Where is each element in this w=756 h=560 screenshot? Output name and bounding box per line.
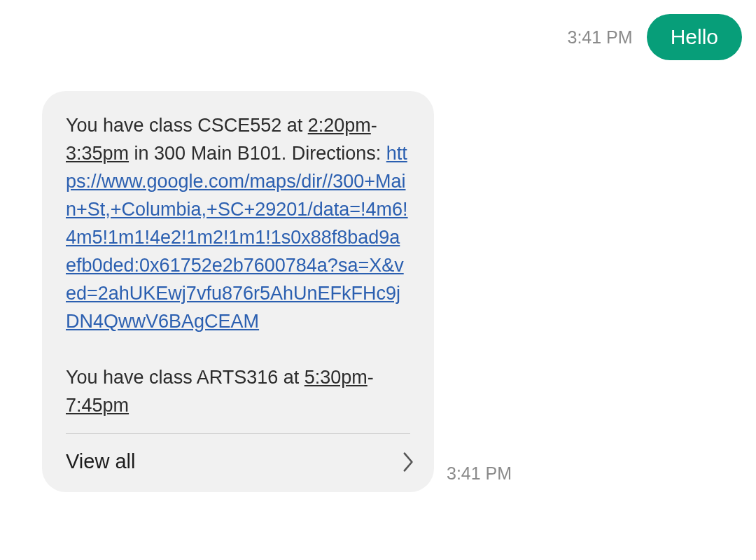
- class1-end-time[interactable]: 3:35pm: [66, 143, 129, 164]
- class2-start-time[interactable]: 5:30pm: [304, 367, 368, 388]
- outgoing-bubble[interactable]: Hello: [647, 14, 742, 60]
- class1-location: in 300 Main B101. Directions:: [129, 143, 386, 164]
- view-all-label: View all: [66, 447, 135, 477]
- class2-end-time[interactable]: 7:45pm: [66, 395, 129, 416]
- outgoing-timestamp: 3:41 PM: [568, 27, 633, 48]
- incoming-bubble[interactable]: You have class CSCE552 at 2:20pm-3:35pm …: [42, 91, 434, 492]
- incoming-timestamp: 3:41 PM: [447, 463, 512, 492]
- dash: -: [371, 115, 377, 136]
- directions-link[interactable]: https://www.google.com/maps/dir//300+Mai…: [66, 143, 408, 332]
- outgoing-text: Hello: [671, 25, 718, 48]
- class2-prefix: You have class ARTS316 at: [66, 367, 304, 388]
- view-all-button[interactable]: View all: [42, 434, 434, 492]
- chevron-right-icon: [402, 451, 416, 472]
- class1-start-time[interactable]: 2:20pm: [308, 115, 371, 136]
- class1-prefix: You have class CSCE552 at: [66, 115, 308, 136]
- outgoing-message-row: 3:41 PM Hello: [568, 14, 742, 60]
- dash2: -: [368, 367, 374, 388]
- incoming-text: You have class CSCE552 at 2:20pm-3:35pm …: [42, 112, 434, 433]
- incoming-message-row: You have class CSCE552 at 2:20pm-3:35pm …: [42, 91, 512, 492]
